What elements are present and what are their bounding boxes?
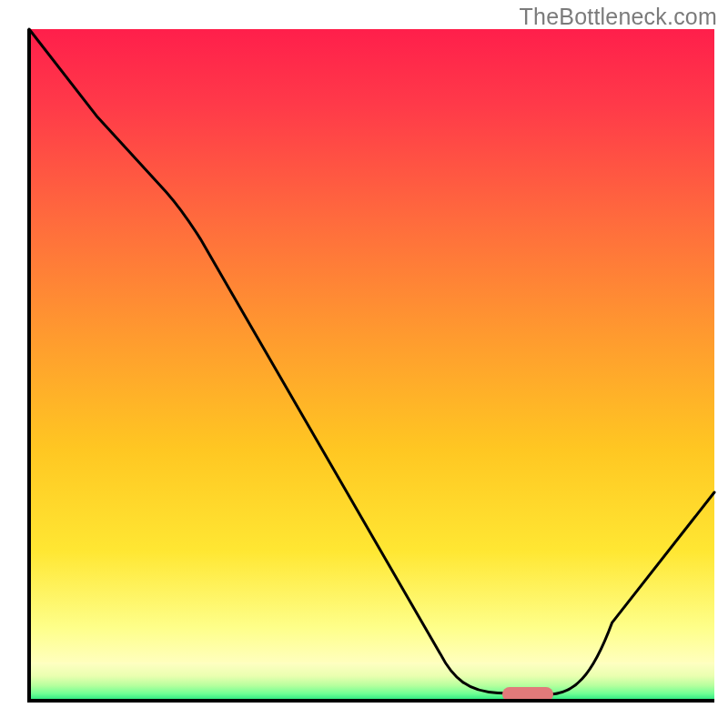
bottleneck-curve-chart bbox=[0, 0, 728, 728]
gradient-area-warm bbox=[29, 29, 714, 666]
gradient-area-base bbox=[29, 662, 714, 701]
watermark-text: TheBottleneck.com bbox=[520, 4, 717, 30]
chart-container: TheBottleneck.com bbox=[0, 0, 728, 728]
